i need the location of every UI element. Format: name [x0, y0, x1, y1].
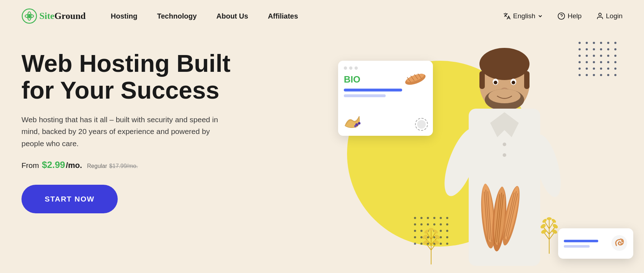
- nav-technology[interactable]: Technology: [157, 12, 197, 20]
- mobile-line-1: [564, 240, 598, 242]
- nav-about[interactable]: About Us: [216, 12, 248, 20]
- hero-subtitle: Web hosting that has it all – built with…: [21, 114, 222, 150]
- svg-point-108: [358, 122, 361, 125]
- svg-point-117: [512, 81, 515, 84]
- help-icon: [557, 12, 565, 20]
- chevron-down-icon: [537, 13, 543, 19]
- svg-point-141: [611, 235, 627, 251]
- svg-point-10: [600, 42, 602, 44]
- svg-point-11: [607, 42, 609, 44]
- hero-content: Web Hosting Built for Your Success Web h…: [21, 50, 236, 213]
- svg-point-42: [614, 74, 616, 76]
- mobile-line-2: [564, 245, 590, 248]
- svg-point-61: [414, 236, 416, 238]
- svg-rect-112: [479, 71, 485, 89]
- svg-point-111: [479, 48, 530, 80]
- mockup-line-1: [344, 89, 402, 91]
- svg-point-36: [614, 68, 616, 70]
- mockup-line-2: [344, 94, 386, 97]
- svg-point-23: [607, 55, 609, 57]
- svg-point-109: [354, 125, 356, 127]
- help-label: Help: [567, 12, 581, 20]
- svg-point-40: [600, 74, 602, 76]
- translate-icon: [503, 12, 511, 20]
- svg-point-34: [600, 68, 602, 70]
- svg-point-17: [607, 48, 609, 50]
- svg-point-21: [593, 55, 595, 57]
- website-mockup-card: BIO: [338, 61, 433, 136]
- svg-point-9: [593, 42, 595, 44]
- svg-point-122: [503, 143, 506, 146]
- language-label: English: [513, 12, 535, 20]
- svg-point-35: [607, 68, 609, 70]
- bread-illustration: [403, 69, 428, 89]
- mockup-stamp: [415, 118, 428, 131]
- hero-section: Web Hosting Built for Your Success Web h…: [0, 32, 644, 273]
- svg-point-30: [614, 61, 616, 63]
- svg-point-28: [600, 61, 602, 63]
- language-selector[interactable]: English: [503, 12, 543, 20]
- svg-point-144: [622, 242, 623, 243]
- svg-point-55: [414, 230, 416, 232]
- help-link[interactable]: Help: [557, 12, 581, 20]
- hero-pricing: From $2.99 /mo. Regular $17.99/mo.: [21, 159, 236, 170]
- pretzel-icon: [611, 235, 628, 253]
- svg-point-16: [600, 48, 602, 50]
- svg-point-142: [618, 240, 619, 242]
- dot2: [349, 66, 352, 70]
- svg-point-6: [599, 13, 601, 16]
- login-label: Login: [606, 12, 623, 20]
- svg-rect-113: [524, 71, 530, 89]
- hero-visual: BIO: [250, 32, 644, 273]
- dot3: [355, 66, 358, 70]
- mobile-card: [558, 228, 633, 259]
- nav-right: English Help Login: [503, 12, 623, 20]
- mobile-card-content: [564, 240, 607, 248]
- svg-point-27: [593, 61, 595, 63]
- svg-point-1: [28, 15, 31, 18]
- nav-links: Hosting Technology About Us Affiliates: [111, 12, 503, 20]
- price-unit: /mo.: [66, 161, 82, 170]
- svg-point-120: [488, 89, 521, 103]
- dot1: [344, 66, 347, 70]
- svg-point-123: [503, 153, 506, 157]
- svg-point-67: [414, 243, 416, 245]
- siteground-logo-icon: [21, 8, 37, 24]
- svg-point-24: [614, 55, 616, 57]
- svg-point-22: [600, 55, 602, 57]
- svg-point-15: [593, 48, 595, 50]
- navbar: SiteGround Hosting Technology About Us A…: [0, 0, 644, 32]
- svg-point-33: [593, 68, 595, 70]
- svg-point-29: [607, 61, 609, 63]
- svg-point-18: [614, 48, 616, 50]
- svg-point-12: [614, 42, 616, 44]
- nav-affiliates[interactable]: Affiliates: [268, 12, 298, 20]
- nav-hosting[interactable]: Hosting: [111, 12, 137, 20]
- start-now-button[interactable]: START NOW: [21, 185, 118, 213]
- price-amount: $2.99: [42, 159, 65, 170]
- login-link[interactable]: Login: [596, 12, 623, 20]
- price-from: From: [21, 161, 39, 170]
- svg-point-41: [607, 74, 609, 76]
- svg-point-49: [414, 223, 416, 225]
- hero-title: Web Hosting Built for Your Success: [21, 50, 236, 104]
- svg-point-143: [620, 239, 621, 240]
- svg-point-116: [494, 81, 497, 84]
- user-icon: [596, 12, 604, 20]
- svg-point-39: [593, 74, 595, 76]
- price-regular-value: $17.99/mo.: [109, 163, 138, 169]
- logo[interactable]: SiteGround: [21, 8, 86, 24]
- price-regular-label: Regular: [87, 163, 107, 169]
- croissant-illustration: [343, 113, 363, 131]
- svg-point-43: [414, 217, 416, 219]
- logo-text: SiteGround: [39, 11, 86, 21]
